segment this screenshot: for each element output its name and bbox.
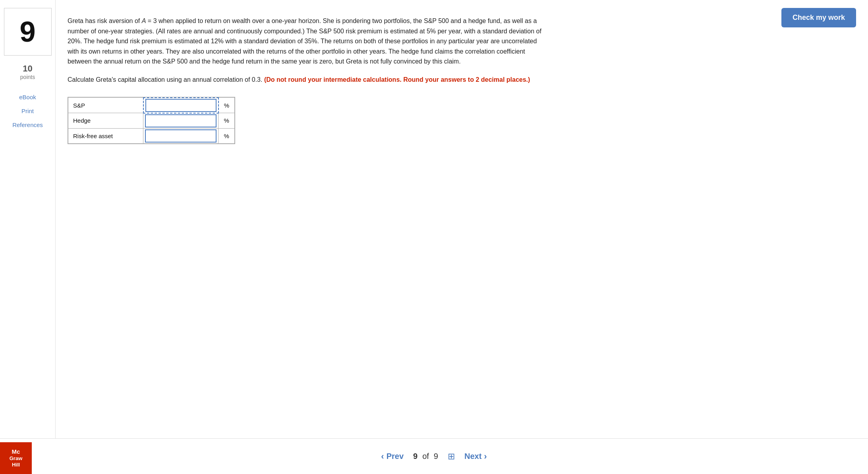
next-chevron-icon: › — [484, 451, 487, 462]
grid-icon[interactable]: ⊞ — [448, 451, 455, 462]
logo-line3: Hill — [12, 462, 20, 468]
mcgraw-hill-logo: Mc Graw Hill — [0, 442, 32, 474]
instruction-highlight: (Do not round your intermediate calculat… — [264, 76, 530, 83]
next-label: Next — [464, 452, 481, 461]
sidebar-link-references[interactable]: References — [9, 120, 46, 130]
instruction-text: Calculate Greta's capital allocation usi… — [68, 75, 544, 85]
logo-line2: Graw — [10, 455, 23, 462]
riskfree-input[interactable] — [145, 129, 217, 143]
sp-percent: % — [218, 98, 235, 113]
content-area: Check my work Greta has risk aversion of… — [56, 0, 868, 438]
hedge-percent: % — [218, 113, 235, 129]
row-label-sp: S&P — [68, 98, 143, 113]
of-label: of — [422, 452, 429, 461]
riskfree-input-cell[interactable] — [143, 128, 218, 143]
riskfree-percent: % — [218, 128, 235, 143]
instruction-plain: Calculate Greta's capital allocation usi… — [68, 76, 264, 83]
table-row: Hedge % — [68, 113, 235, 129]
prev-label: Prev — [387, 452, 404, 461]
points-label: points — [20, 74, 35, 80]
allocation-table: S&P % Hedge % — [68, 97, 235, 144]
sidebar: 9 10 points eBook Print References — [0, 0, 56, 438]
page-info: 9 of 9 — [413, 452, 438, 461]
prev-chevron-icon: ‹ — [381, 451, 384, 462]
next-button[interactable]: Next › — [464, 451, 487, 462]
pagination-controls: ‹ Prev 9 of 9 ⊞ Next › — [381, 451, 487, 462]
sp-input[interactable] — [145, 99, 217, 112]
check-my-work-button[interactable]: Check my work — [781, 8, 856, 27]
hedge-input-cell[interactable] — [143, 113, 218, 129]
sp-input-cell[interactable] — [143, 98, 218, 113]
table-row: S&P % — [68, 98, 235, 113]
total-pages: 9 — [434, 452, 438, 461]
question-text: Greta has risk aversion of A = 3 when ap… — [68, 16, 544, 67]
table-row: Risk-free asset % — [68, 128, 235, 143]
current-page: 9 — [413, 452, 418, 461]
row-label-hedge: Hedge — [68, 113, 143, 129]
row-label-riskfree: Risk-free asset — [68, 128, 143, 143]
question-number-box: 9 — [4, 8, 52, 56]
question-body: Greta has risk aversion of A = 3 when ap… — [68, 17, 541, 65]
points-value: 10 — [20, 64, 35, 74]
question-number: 9 — [19, 15, 35, 48]
hedge-input[interactable] — [145, 114, 217, 127]
logo-line1: Mc — [12, 448, 20, 455]
prev-button[interactable]: ‹ Prev — [381, 451, 404, 462]
sidebar-link-ebook[interactable]: eBook — [16, 92, 39, 102]
sidebar-links: eBook Print References — [4, 92, 51, 130]
allocation-table-wrapper: S&P % Hedge % — [68, 97, 235, 144]
points-section: 10 points — [20, 64, 35, 80]
sidebar-link-print[interactable]: Print — [18, 106, 37, 116]
footer-bar: Mc Graw Hill ‹ Prev 9 of 9 ⊞ Next › — [0, 438, 868, 474]
